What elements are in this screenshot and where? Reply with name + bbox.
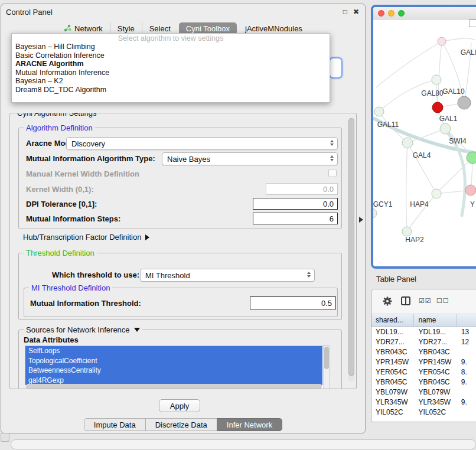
network-node-label: GCY1	[373, 200, 393, 208]
algorithm-dropdown-popup: Select algorithm to view settings Bayesi…	[11, 33, 330, 103]
column-header[interactable]: name	[414, 314, 457, 327]
network-window-titlebar	[373, 7, 476, 19]
sources-title: Sources for Network Inference	[26, 325, 130, 334]
table-row[interactable]: YPR145WYPR145W9.	[371, 357, 476, 367]
bottom-tab-bar: Impute Data Discretize Data Infer Networ…	[1, 418, 365, 431]
table-cell: YDR27...	[414, 337, 457, 347]
tab-label: Cyni Toolbox	[186, 24, 230, 33]
hub-definition-toggle[interactable]: Hub/Transcription Factor Definition	[23, 233, 149, 242]
network-node[interactable]	[432, 102, 443, 113]
algorithm-combo-fragment[interactable]	[329, 57, 343, 79]
network-node[interactable]	[465, 185, 476, 195]
close-icon[interactable]: ✖	[353, 8, 359, 16]
table-row[interactable]: YDL19...YDL19...13	[371, 327, 476, 337]
network-node[interactable]	[458, 96, 471, 109]
network-overview-toggle[interactable]	[469, 19, 476, 27]
dpi-tolerance-input[interactable]: 0.0	[253, 198, 338, 210]
group-title: MI Threshold Definition	[31, 283, 110, 292]
dropdown-item[interactable]: Bayesian – K2	[12, 77, 330, 86]
list-item[interactable]: BetweennessCentrality	[25, 366, 322, 376]
network-node-label: GAL1	[439, 115, 458, 123]
dropdown-item[interactable]: Dream8 DC_TDC Algorithm	[12, 86, 330, 94]
dropdown-item[interactable]: Basic Correlation Inference	[12, 51, 330, 60]
list-item[interactable]: TopologicalCoefficient	[25, 356, 322, 366]
mi-algorithm-type-select[interactable]: Naive Bayes	[162, 152, 338, 165]
select-all-columns-icon[interactable]: ☑☑	[419, 297, 432, 305]
which-threshold-label: Which threshold to use:	[52, 271, 139, 279]
application-window: Control Panel □ ✖ Network	[0, 0, 476, 450]
gear-icon[interactable]	[382, 296, 393, 306]
list-item[interactable]: SelfLoops	[25, 346, 322, 356]
network-canvas[interactable]: GAL8GAL80GAL10GAL11GAL1SWI4GAL4GCY1HAP4Y…	[373, 19, 476, 266]
table-panel-title: Table Panel	[376, 275, 416, 283]
combo-arrows-icon	[330, 140, 334, 146]
mi-algorithm-type-value: Naive Bayes	[167, 155, 210, 164]
network-node[interactable]	[432, 75, 441, 84]
float-window-icon[interactable]: □	[343, 8, 347, 16]
table-cell: YBL079W	[371, 387, 414, 397]
table-cell: YBR045C	[414, 377, 457, 387]
network-node[interactable]	[432, 189, 441, 198]
mi-threshold-input[interactable]: 0.5	[250, 296, 336, 309]
splitpane-handle[interactable]	[359, 217, 363, 223]
settings-scrollbar[interactable]	[348, 118, 354, 381]
table-cell	[457, 387, 476, 397]
column-header[interactable]	[457, 314, 476, 327]
network-node[interactable]	[373, 208, 377, 218]
algorithm-definition-group: Algorithm Definition Aracne Mode: Discov…	[18, 128, 342, 229]
table-toolbar: ☑☑ ☐☐	[371, 289, 476, 314]
aracne-mode-select[interactable]: Discovery	[66, 137, 338, 150]
table-cell	[457, 347, 476, 357]
horizontal-scrollbar[interactable]	[11, 439, 476, 449]
network-node-label: SWI4	[449, 137, 467, 145]
list-horizontal-scrollbar[interactable]	[26, 384, 322, 389]
panel-title: Control Panel	[6, 8, 53, 17]
tab-label: Impute Data	[94, 420, 136, 429]
network-node[interactable]	[467, 152, 476, 164]
combo-arrows-icon	[307, 272, 311, 278]
table-cell: 9.	[457, 377, 476, 387]
unselect-all-columns-icon[interactable]: ☐☐	[436, 297, 449, 305]
table-row[interactable]: YBL079WYBL079W	[371, 387, 476, 397]
column-header[interactable]: shared...	[371, 314, 414, 327]
tab-infer-network[interactable]: Infer Network	[217, 418, 282, 431]
network-node[interactable]	[374, 107, 384, 116]
mi-steps-input[interactable]: 6	[253, 213, 338, 224]
mi-steps-value: 6	[330, 214, 334, 223]
tab-discretize-data[interactable]: Discretize Data	[145, 418, 217, 431]
tab-impute-data[interactable]: Impute Data	[84, 418, 146, 431]
network-node[interactable]	[440, 123, 451, 134]
apply-button-label: Apply	[170, 402, 190, 410]
table-row[interactable]: YBR043CYBR043C	[371, 347, 476, 357]
table-row[interactable]: YDR27...YDR27...12	[371, 337, 476, 347]
close-traffic-light-icon[interactable]	[378, 10, 384, 17]
zoom-traffic-light-icon[interactable]	[398, 10, 405, 17]
aracne-mode-value: Discovery	[71, 139, 105, 148]
network-node[interactable]	[402, 138, 413, 148]
table-cell: YPR145W	[371, 357, 414, 367]
network-node[interactable]	[438, 37, 446, 45]
expanded-arrow-icon[interactable]	[134, 328, 140, 332]
minimize-traffic-light-icon[interactable]	[388, 10, 395, 17]
dropdown-item[interactable]: Mutual Information Inference	[12, 69, 330, 77]
dropdown-item-selected[interactable]: ARACNE Algorithm	[12, 60, 330, 69]
table-row[interactable]: YBR045CYBR045C9.	[371, 377, 476, 387]
table-header: shared... name	[371, 314, 476, 327]
table-row[interactable]: YIL052CYIL052C	[371, 407, 476, 418]
table-cell: YLR345W	[414, 397, 457, 407]
list-scrollbar[interactable]	[323, 346, 330, 389]
network-node-label: GAL4	[413, 151, 431, 159]
table-row[interactable]: YER054CYER054C8.	[371, 367, 476, 377]
manual-kernel-width-checkbox[interactable]	[328, 169, 337, 177]
panel-corner-button[interactable]	[1, 433, 9, 442]
show-columns-icon[interactable]	[401, 296, 410, 305]
mi-algorithm-type-label: Mutual Information Algorithm Type:	[26, 155, 155, 163]
network-node-label: HAP4	[410, 200, 429, 208]
kernel-width-input[interactable]: 0.0	[266, 183, 338, 195]
table-cell: 9.	[457, 357, 476, 367]
network-node[interactable]	[402, 227, 412, 236]
table-row[interactable]: YLR345WYLR345W9.	[371, 397, 476, 407]
which-threshold-select[interactable]: MI Threshold	[140, 269, 315, 282]
apply-button[interactable]: Apply	[159, 399, 200, 412]
dropdown-item[interactable]: Bayesian – Hill Climbing	[12, 43, 330, 51]
